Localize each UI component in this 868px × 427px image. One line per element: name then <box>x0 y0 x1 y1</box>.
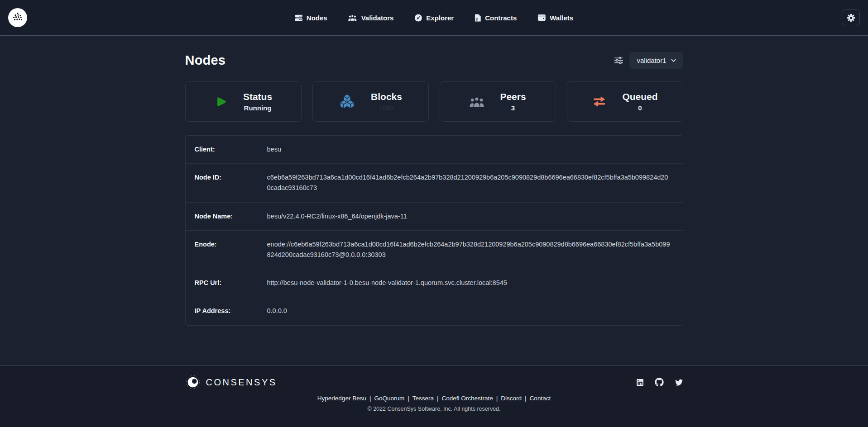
people-group-icon <box>469 96 484 108</box>
footer-links: Hyperledger Besu|GoQuorum|Tessera|Codefi… <box>185 395 683 402</box>
footer-link-contact[interactable]: Contact <box>530 395 551 402</box>
stat-cards: Status Running Blo <box>185 81 683 122</box>
linkedin-icon <box>636 379 644 386</box>
row-label: IP Address: <box>186 306 267 316</box>
footer-separator: | <box>369 395 371 402</box>
consensys-wordmark: CONSENSYS <box>206 377 277 388</box>
page-header: Nodes validator1 <box>185 52 683 69</box>
row-value: http://besu-node-validator-1-0.besu-node… <box>267 278 683 288</box>
nav-label-validators: Validators <box>361 14 394 22</box>
row-value: 0.0.0.0 <box>267 306 683 316</box>
blocks-card-value: 1087 <box>379 104 394 112</box>
wallet-icon <box>537 14 546 21</box>
status-card-value: Running <box>244 104 272 112</box>
footer-link-hyperledger-besu[interactable]: Hyperledger Besu <box>317 395 366 402</box>
footer-separator: | <box>408 395 409 402</box>
copyright-text: © 2022 ConsenSys Software, Inc. All righ… <box>185 406 683 412</box>
nav-item-wallets[interactable]: Wallets <box>537 14 573 22</box>
row-value: enode://c6eb6a59f263bd713a6ca1d00cd16f41… <box>267 239 683 260</box>
sliders-icon[interactable] <box>614 57 623 64</box>
table-row-enode: Enode: enode://c6eb6a59f263bd713a6ca1d00… <box>186 231 683 269</box>
row-label: Node Name: <box>186 211 267 222</box>
status-card: Status Running <box>185 81 302 122</box>
table-row-rpc-url: RPC Url: http://besu-node-validator-1-0.… <box>186 269 683 297</box>
footer-link-tessera[interactable]: Tessera <box>412 395 434 402</box>
nav-label-nodes: Nodes <box>307 14 327 22</box>
consensys-brand: CONSENSYS <box>185 375 277 390</box>
chevron-down-icon <box>671 59 676 62</box>
exchange-arrows-icon <box>592 95 607 108</box>
nav-item-explorer[interactable]: Explorer <box>414 14 454 22</box>
main-nav: Nodes Validators Explorer <box>295 14 573 22</box>
social-links <box>636 378 683 387</box>
twitter-icon <box>675 379 683 386</box>
nav-label-wallets: Wallets <box>550 14 573 22</box>
github-link[interactable] <box>655 378 664 387</box>
gear-icon <box>847 14 855 22</box>
table-row-ip-address: IP Address: 0.0.0.0 <box>186 297 683 325</box>
status-card-title: Status <box>243 91 272 102</box>
row-value: c6eb6a59f263bd713a6ca1d00cd16f41ad6b2efc… <box>267 172 683 193</box>
footer-link-discord[interactable]: Discord <box>501 395 522 402</box>
navbar: Nodes Validators Explorer <box>0 0 868 36</box>
compass-icon <box>414 14 422 22</box>
queued-card-value: 0 <box>638 104 642 112</box>
table-row-node-name: Node Name: besu/v22.4.0-RC2/linux-x86_64… <box>186 203 683 231</box>
row-label: Enode: <box>186 239 267 260</box>
node-selector: validator1 <box>614 52 683 69</box>
footer-separator: | <box>496 395 498 402</box>
node-dropdown[interactable]: validator1 <box>629 52 683 69</box>
row-label: RPC Url: <box>186 278 267 288</box>
blocks-card-title: Blocks <box>371 91 402 102</box>
row-label: Node ID: <box>186 172 267 193</box>
row-value: besu <box>267 144 683 155</box>
queued-card-title: Queued <box>622 91 657 102</box>
quorum-dots-logo <box>9 9 27 27</box>
footer-link-goquorum[interactable]: GoQuorum <box>374 395 404 402</box>
table-row-node-id: Node ID: c6eb6a59f263bd713a6ca1d00cd16f4… <box>186 164 683 202</box>
row-label: Client: <box>186 144 267 155</box>
linkedin-link[interactable] <box>636 379 644 386</box>
settings-button[interactable] <box>842 9 860 26</box>
contract-icon <box>475 14 481 22</box>
app-logo[interactable] <box>8 8 27 27</box>
play-icon <box>214 95 228 109</box>
peers-card-value: 3 <box>511 104 515 112</box>
footer-link-codefi-orchestrate[interactable]: Codefi Orchestrate <box>442 395 493 402</box>
nav-item-validators[interactable]: Validators <box>348 14 394 22</box>
main-content: Nodes validator1 <box>0 36 868 365</box>
peers-card-title: Peers <box>500 91 526 102</box>
twitter-link[interactable] <box>675 379 683 386</box>
row-value: besu/v22.4.0-RC2/linux-x86_64/openjdk-ja… <box>267 211 683 222</box>
github-icon <box>655 378 664 387</box>
consensys-swirl-icon <box>185 375 201 390</box>
nav-item-nodes[interactable]: Nodes <box>295 14 327 22</box>
node-dropdown-value: validator1 <box>637 57 666 64</box>
blocks-card: Blocks 1087 <box>312 81 429 122</box>
table-row-client: Client: besu <box>186 136 683 164</box>
node-details-table: Client: besu Node ID: c6eb6a59f263bd713a… <box>185 135 683 326</box>
users-icon <box>348 14 357 21</box>
footer-separator: | <box>437 395 439 402</box>
nav-label-explorer: Explorer <box>426 14 454 22</box>
footer: CONSENSYS <box>0 365 868 427</box>
nav-item-contracts[interactable]: Contracts <box>475 14 517 22</box>
nav-label-contracts: Contracts <box>485 14 517 22</box>
footer-separator: | <box>525 395 527 402</box>
queued-card: Queued 0 <box>567 81 683 122</box>
cubes-icon <box>339 94 355 109</box>
page-title: Nodes <box>185 53 226 68</box>
peers-card: Peers 3 <box>440 81 556 122</box>
server-icon <box>295 14 302 22</box>
